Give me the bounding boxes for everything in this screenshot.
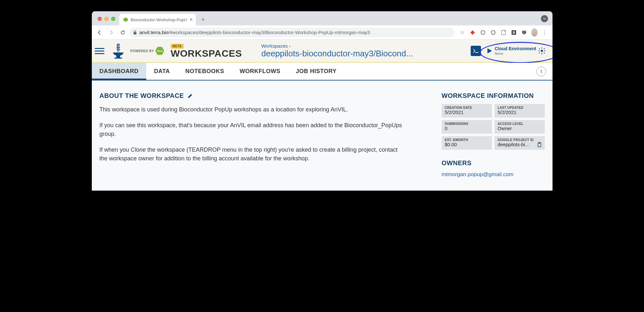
svg-rect-16 — [543, 48, 545, 49]
workspace-actions-menu[interactable] — [536, 67, 546, 76]
tab-data[interactable]: DATA — [146, 63, 178, 80]
svg-rect-13 — [538, 51, 540, 51]
svg-rect-9 — [114, 58, 122, 59]
svg-rect-17 — [539, 52, 540, 53]
about-heading: ABOUT THE WORKSPACE — [100, 92, 429, 99]
browser-menu-button[interactable]: ⋮ — [542, 29, 548, 36]
powered-by-label: POWERED BY — [130, 49, 154, 53]
tab-dashboard[interactable]: DASHBOARD — [92, 63, 147, 80]
breadcrumb: Workspaces › deeppilots-bioconductor-may… — [261, 43, 471, 59]
about-body: This workspace is used during Bioconduct… — [100, 105, 402, 163]
about-paragraph: This workspace is used during Bioconduct… — [100, 105, 402, 114]
svg-marker-2 — [470, 30, 475, 35]
close-window-button[interactable] — [98, 17, 102, 21]
browser-tab[interactable]: Bioconductor-Workshop-PopU × — [119, 14, 196, 25]
svg-rect-12 — [542, 53, 542, 54]
terminal-button[interactable] — [471, 46, 481, 56]
svg-rect-11 — [542, 47, 542, 49]
play-icon — [486, 48, 493, 54]
maximize-window-button[interactable] — [111, 17, 115, 21]
favicon — [123, 17, 128, 22]
terra-logo: Terra — [155, 46, 164, 55]
close-tab-button[interactable]: × — [190, 17, 193, 23]
minimize-window-button[interactable] — [104, 17, 109, 21]
lock-icon — [133, 30, 137, 35]
info-grid: CREATION DATE 5/2/2021 LAST UPDATED 5/2/… — [442, 104, 545, 150]
svg-rect-5 — [502, 30, 505, 35]
svg-point-3 — [481, 31, 485, 34]
svg-marker-0 — [123, 17, 128, 22]
svg-rect-18 — [543, 52, 545, 53]
copy-project-id-button[interactable] — [537, 142, 542, 147]
owners-section: OWNERS mtmorgan.popup@gmail.com — [442, 159, 545, 178]
dashboard-content: ABOUT THE WORKSPACE This workspace is us… — [92, 80, 553, 191]
new-tab-button[interactable]: + — [198, 15, 207, 24]
browser-tabstrip: Bioconductor-Workshop-PopU × + — [92, 11, 553, 25]
reload-button[interactable] — [118, 27, 128, 38]
svg-rect-1 — [133, 32, 136, 34]
bookmark-star-icon[interactable]: ☆ — [459, 29, 466, 36]
info-submissions: SUBMISSIONS 0 — [442, 120, 492, 134]
extension-icon-doc[interactable] — [500, 29, 507, 36]
tabs-dropdown-button[interactable] — [541, 15, 548, 22]
svg-text:B: B — [513, 31, 515, 34]
workspace-info-heading: WORKSPACE INFORMATION — [442, 92, 545, 99]
profile-avatar[interactable] — [531, 29, 538, 36]
svg-point-20 — [541, 71, 542, 72]
svg-point-21 — [541, 72, 542, 73]
svg-rect-14 — [544, 51, 545, 51]
info-creation-date: CREATION DATE 5/2/2021 — [442, 104, 492, 118]
info-access-level: ACCESS LEVEL Owner — [495, 120, 545, 134]
svg-point-19 — [541, 70, 542, 71]
extension-icon-b[interactable]: B — [511, 29, 517, 36]
cloud-environment-button[interactable]: Cloud Environment None — [484, 45, 547, 56]
address-bar[interactable]: anvil.terra.bio/#workspaces/deeppilots-b… — [129, 28, 455, 37]
svg-rect-8 — [116, 55, 120, 58]
browser-toolbar: anvil.terra.bio/#workspaces/deeppilots-b… — [92, 25, 553, 40]
extension-icon-circle[interactable] — [480, 29, 486, 36]
info-est-cost: EST. $/MONTH $0.00 — [442, 136, 492, 150]
workspace-info-panel: WORKSPACE INFORMATION CREATION DATE 5/2/… — [442, 90, 545, 178]
about-paragraph: If when you Clone the workspace (TEARDRO… — [100, 146, 402, 163]
breadcrumb-current: deeppilots-bioconductor-may3/Biocond... — [261, 49, 471, 59]
info-project-id: GOOGLE PROJECT ID deeppilots-bi... — [495, 136, 545, 150]
header-right-controls: Cloud Environment None — [471, 45, 547, 56]
workspaces-title: WORKSPACES — [171, 48, 242, 59]
cloud-environment-text: Cloud Environment None — [495, 46, 536, 55]
main-menu-button[interactable] — [93, 48, 106, 54]
forward-button[interactable] — [106, 27, 116, 38]
edit-about-button[interactable] — [187, 93, 193, 99]
gear-icon[interactable] — [538, 47, 545, 54]
extension-icon-red[interactable] — [469, 29, 476, 36]
tab-title: Bioconductor-Workshop-PopU — [131, 17, 187, 22]
tab-workflows[interactable]: WORKFLOWS — [232, 63, 288, 80]
svg-point-10 — [541, 50, 543, 52]
workspaces-heading: BETA WORKSPACES — [171, 43, 242, 59]
about-paragraph: If you can see this workspace, that's be… — [100, 121, 402, 138]
window-controls — [98, 17, 115, 21]
info-last-updated: LAST UPDATED 5/2/2021 — [495, 104, 545, 118]
extensions-puzzle-icon[interactable] — [521, 29, 527, 36]
extension-icon-circle2[interactable] — [490, 29, 496, 36]
owners-heading: OWNERS — [442, 159, 545, 167]
svg-rect-22 — [538, 143, 541, 147]
url-text: anvil.terra.bio/#workspaces/deeppilots-b… — [139, 30, 370, 35]
browser-window: Bioconductor-Workshop-PopU × + anvil.ter… — [92, 11, 553, 191]
workspace-tabs: DASHBOARD DATA NOTEBOOKS WORKFLOWS JOB H… — [92, 63, 553, 80]
app-header: POWERED BY Terra BETA WORKSPACES Workspa… — [92, 40, 553, 63]
svg-rect-15 — [539, 48, 540, 49]
owner-email-link[interactable]: mtmorgan.popup@gmail.com — [442, 171, 514, 177]
toolbar-icons: ☆ B ⋮ — [456, 29, 550, 36]
back-button[interactable] — [94, 27, 105, 38]
svg-point-4 — [491, 31, 495, 34]
tab-job-history[interactable]: JOB HISTORY — [288, 63, 344, 80]
anvil-logo — [110, 43, 127, 59]
breadcrumb-workspaces-link[interactable]: Workspaces › — [261, 43, 291, 49]
about-section: ABOUT THE WORKSPACE This workspace is us… — [100, 90, 429, 178]
tab-notebooks[interactable]: NOTEBOOKS — [178, 63, 232, 80]
